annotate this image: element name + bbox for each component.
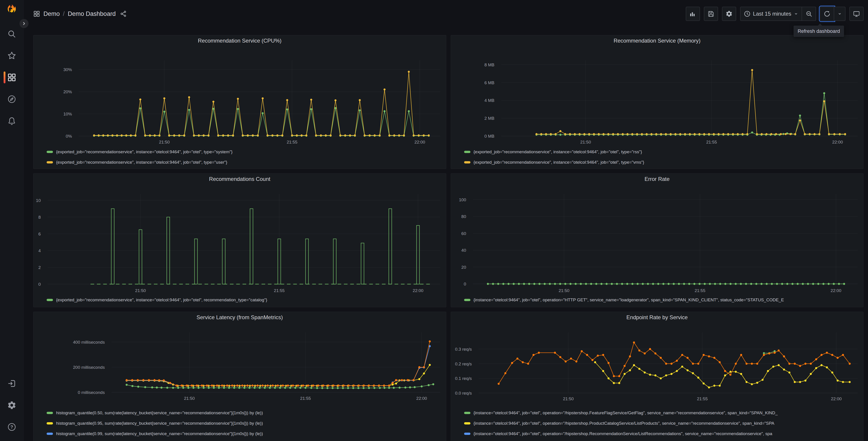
panel-title[interactable]: Service Latency (from SpanMetrics) <box>197 314 283 321</box>
sidebar-item-settings[interactable] <box>0 400 23 410</box>
svg-text:8: 8 <box>38 215 41 219</box>
svg-text:21:55: 21:55 <box>706 140 717 144</box>
kiosk-mode-button[interactable] <box>849 7 864 21</box>
legend-label[interactable]: histogram_quantile(0.50, sum(rate(latenc… <box>56 410 263 415</box>
svg-text:10: 10 <box>36 198 41 203</box>
legend-item[interactable]: {exported_job="recommendationservice", i… <box>464 147 864 157</box>
legend-label[interactable]: {exported_job="recommendationservice", i… <box>56 297 267 302</box>
sidebar-item-sign-in[interactable] <box>0 379 23 388</box>
legend-item[interactable]: {exported_job="recommendationservice", i… <box>464 157 864 168</box>
sidebar-item-alerting[interactable] <box>0 116 23 126</box>
dashboards-grid-icon <box>33 10 40 18</box>
time-picker-group: Last 15 minutes <box>740 7 816 21</box>
legend-label[interactable]: {exported_job="recommendationservice", i… <box>56 149 232 154</box>
legend-item[interactable]: {exported_job="recommendationservice", i… <box>46 157 446 168</box>
cpu-chart[interactable]: 21:5021:5522:000%10%20%30% <box>33 46 446 147</box>
svg-text:60: 60 <box>461 231 466 236</box>
legend-label[interactable]: histogram_quantile(0.95, sum(rate(latenc… <box>56 421 263 426</box>
svg-text:0.2 req/s: 0.2 req/s <box>455 361 472 366</box>
panel-title[interactable]: Recommendation Service (Memory) <box>614 37 701 44</box>
legend-item[interactable]: {instance="otelcol:9464", job="otel", op… <box>464 418 864 429</box>
refresh-interval-dropdown[interactable] <box>834 7 845 21</box>
time-range-label: Last 15 minutes <box>753 11 791 17</box>
panel-title[interactable]: Recommendations Count <box>209 176 270 182</box>
panel-header[interactable]: Endpoint Rate by Service <box>451 312 864 323</box>
sign-in-icon <box>7 379 17 388</box>
chevron-right-icon <box>22 21 27 26</box>
sidebar-item-dashboards[interactable] <box>0 72 23 82</box>
panel-header[interactable]: Recommendation Service (CPU%) <box>33 35 446 46</box>
panel-header[interactable]: Service Latency (from SpanMetrics) <box>33 312 446 323</box>
legend-item[interactable]: {exported_job="recommendationservice", i… <box>46 295 446 305</box>
legend-label[interactable]: {instance="otelcol:9464", job="otel", op… <box>474 431 772 436</box>
legend-item[interactable]: {instance="otelcol:9464", job="otel", op… <box>464 295 864 305</box>
refresh-icon <box>824 10 831 18</box>
add-panel-button[interactable] <box>686 7 700 21</box>
save-dashboard-button[interactable] <box>704 7 718 21</box>
legend-label[interactable]: {instance="otelcol:9464", job="otel", op… <box>474 421 774 426</box>
legend-item[interactable]: histogram_quantile(0.50, sum(rate(latenc… <box>46 408 446 418</box>
legend: {instance="otelcol:9464", job="otel", op… <box>451 408 864 441</box>
legend-item[interactable]: {instance="otelcol:9464", job="otel", op… <box>464 408 864 418</box>
refresh-button[interactable] <box>820 7 834 21</box>
legend: {instance="otelcol:9464", job="otel", op… <box>451 295 864 305</box>
svg-text:0.3 req/s: 0.3 req/s <box>455 347 472 352</box>
search-icon <box>7 29 17 39</box>
legend: histogram_quantile(0.50, sum(rate(latenc… <box>33 408 446 441</box>
legend-label[interactable]: histogram_quantile(0.99, sum(rate(latenc… <box>56 431 263 436</box>
dashboard-settings-button[interactable] <box>722 7 736 21</box>
memory-chart[interactable]: 21:5021:5522:000 MB2 MB4 MB6 MB8 MB <box>451 46 864 147</box>
panel-title[interactable]: Error Rate <box>645 176 670 182</box>
zoom-out-button[interactable] <box>802 7 816 21</box>
endpoint-rate-chart[interactable]: 21:5021:5522:000.0 req/s0.1 req/s0.2 req… <box>451 323 864 408</box>
breadcrumb-section[interactable]: Demo <box>43 10 60 18</box>
legend-label[interactable]: {exported_job="recommendationservice", i… <box>474 149 642 154</box>
sidebar-item-help[interactable]: ? <box>0 422 23 432</box>
grafana-logo[interactable] <box>6 4 18 16</box>
legend-item[interactable]: histogram_quantile(0.95, sum(rate(latenc… <box>46 418 446 429</box>
legend-swatch <box>46 433 53 435</box>
service-latency-chart[interactable]: 21:5021:5522:000 milliseconds200 millise… <box>33 323 446 408</box>
legend-item[interactable]: {exported_job="recommendationservice", i… <box>46 147 446 157</box>
expand-sidebar-button[interactable] <box>20 19 29 28</box>
legend-item[interactable]: histogram_quantile(0.999, sum(rate(laten… <box>46 439 446 441</box>
legend-label[interactable]: {exported_job="recommendationservice", i… <box>474 160 644 165</box>
svg-text:22:00: 22:00 <box>416 396 427 401</box>
svg-text:21:55: 21:55 <box>300 396 311 401</box>
svg-text:21:50: 21:50 <box>563 396 574 401</box>
legend-swatch <box>464 299 470 301</box>
svg-text:2: 2 <box>38 265 41 270</box>
legend-item[interactable]: histogram_quantile(0.99, sum(rate(latenc… <box>46 429 446 439</box>
legend-swatch <box>464 412 470 414</box>
panel-title[interactable]: Recommendation Service (CPU%) <box>198 37 281 44</box>
legend-item[interactable]: {instance="otelcol:9464", job="otel", op… <box>464 439 864 441</box>
legend-swatch <box>464 433 470 435</box>
time-range-picker[interactable]: Last 15 minutes <box>740 7 802 21</box>
panel-header[interactable]: Error Rate <box>451 174 864 184</box>
sidebar-item-starred[interactable] <box>0 51 23 61</box>
svg-text:30%: 30% <box>63 67 72 72</box>
svg-text:400 milliseconds: 400 milliseconds <box>73 340 105 345</box>
panel-header[interactable]: Recommendations Count <box>33 174 446 184</box>
chevron-down-icon <box>794 11 799 16</box>
svg-text:80: 80 <box>461 214 466 219</box>
share-icon[interactable] <box>120 10 127 18</box>
sidebar-nav-bottom: ? <box>0 379 23 432</box>
sidebar-item-explore[interactable] <box>0 94 23 104</box>
error-rate-chart[interactable]: 21:5021:5522:00020406080100 <box>451 184 864 295</box>
refresh-tooltip: Refresh dashboard <box>794 26 844 37</box>
panel-memory: Recommendation Service (Memory) 21:5021:… <box>451 35 864 169</box>
svg-text:21:50: 21:50 <box>135 288 146 293</box>
panel-title[interactable]: Endpoint Rate by Service <box>626 314 688 321</box>
panel-header[interactable]: Recommendation Service (Memory) <box>451 35 864 46</box>
svg-text:100: 100 <box>459 198 466 202</box>
legend-label[interactable]: {instance="otelcol:9464", job="otel", op… <box>474 410 778 415</box>
legend-item[interactable]: {instance="otelcol:9464", job="otel", op… <box>464 429 864 439</box>
sidebar-item-search[interactable] <box>0 29 23 39</box>
recommendations-count-chart[interactable]: 21:5021:5522:000246810 <box>33 184 446 295</box>
svg-text:0.0 req/s: 0.0 req/s <box>455 391 472 395</box>
panel-cpu: Recommendation Service (CPU%) 21:5021:55… <box>33 35 446 169</box>
svg-text:20%: 20% <box>63 89 72 94</box>
legend-label[interactable]: {exported_job="recommendationservice", i… <box>56 160 227 165</box>
legend-label[interactable]: {instance="otelcol:9464", job="otel", op… <box>474 297 784 302</box>
